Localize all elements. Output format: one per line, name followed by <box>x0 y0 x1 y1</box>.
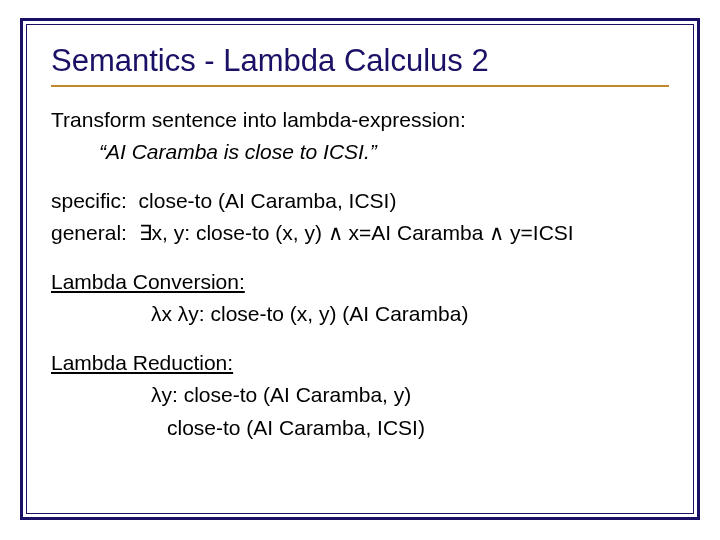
specific-line: specific: close-to (AI Caramba, ICSI) <box>51 186 669 216</box>
example-sentence: “AI Caramba is close to ICSI.” <box>99 137 669 167</box>
slide-title: Semantics - Lambda Calculus 2 <box>51 43 669 79</box>
outer-frame: Semantics - Lambda Calculus 2 Transform … <box>20 18 700 520</box>
slide-body: Transform sentence into lambda-expressio… <box>51 105 669 443</box>
lambda-reduction-block: Lambda Reduction: λy: close-to (AI Caram… <box>51 348 669 443</box>
lambda-reduction-heading: Lambda Reduction: <box>51 348 669 378</box>
intro-text: Transform sentence into lambda-expressio… <box>51 105 669 135</box>
lambda-conversion-line: λx λy: close-to (x, y) (AI Caramba) <box>151 299 669 329</box>
lambda-reduction-line-1: λy: close-to (AI Caramba, y) <box>151 380 669 410</box>
general-label: general: <box>51 221 127 244</box>
lambda-reduction-line-2: close-to (AI Caramba, ICSI) <box>167 413 669 443</box>
slide: Semantics - Lambda Calculus 2 Transform … <box>0 0 720 540</box>
lambda-conversion-block: Lambda Conversion: λx λy: close-to (x, y… <box>51 267 669 330</box>
title-rule <box>51 85 669 87</box>
specific-general-block: specific: close-to (AI Caramba, ICSI) ge… <box>51 186 669 249</box>
general-value: ∃x, y: close-to (x, y) ∧ x=AI Caramba ∧ … <box>139 221 574 244</box>
specific-label: specific: <box>51 189 127 212</box>
general-line: general: ∃x, y: close-to (x, y) ∧ x=AI C… <box>51 218 669 248</box>
lambda-conversion-heading: Lambda Conversion: <box>51 267 669 297</box>
specific-value: close-to (AI Caramba, ICSI) <box>139 189 397 212</box>
inner-frame: Semantics - Lambda Calculus 2 Transform … <box>26 24 694 514</box>
